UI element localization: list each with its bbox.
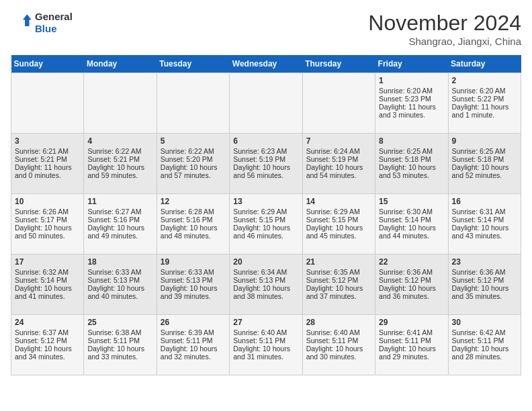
day-info: Sunrise: 6:35 AM (306, 268, 371, 276)
day-info: Sunset: 5:12 PM (379, 276, 444, 284)
day-info: Daylight: 10 hours (15, 284, 80, 292)
day-cell: 20Sunrise: 6:34 AMSunset: 5:13 PMDayligh… (230, 255, 302, 315)
day-info: Daylight: 10 hours (233, 163, 298, 171)
day-cell: 14Sunrise: 6:29 AMSunset: 5:15 PMDayligh… (302, 194, 375, 255)
day-info: Daylight: 10 hours (233, 345, 298, 353)
day-info: and 41 minutes. (15, 292, 80, 300)
day-cell: 1Sunrise: 6:20 AMSunset: 5:23 PMDaylight… (375, 73, 448, 134)
day-info: Sunset: 5:12 PM (15, 336, 80, 345)
header-cell-tuesday: Tuesday (157, 55, 229, 73)
day-number: 21 (306, 257, 371, 267)
day-info: Daylight: 11 hours (452, 103, 517, 111)
day-info: Daylight: 10 hours (379, 163, 444, 171)
day-number: 28 (306, 318, 371, 327)
day-info: Sunrise: 6:28 AM (161, 208, 226, 216)
day-number: 3 (15, 136, 80, 146)
day-cell (84, 73, 157, 134)
day-info: Sunset: 5:13 PM (87, 276, 152, 284)
day-cell: 24Sunrise: 6:37 AMSunset: 5:12 PMDayligh… (11, 315, 84, 375)
day-info: Sunrise: 6:25 AM (452, 147, 517, 155)
day-info: Sunrise: 6:32 AM (15, 268, 80, 276)
header-cell-thursday: Thursday (302, 55, 375, 73)
day-number: 12 (161, 197, 226, 206)
day-info: Sunset: 5:15 PM (233, 216, 298, 224)
day-info: Sunset: 5:15 PM (306, 216, 371, 224)
day-info: Sunrise: 6:25 AM (379, 147, 444, 155)
day-info: and 33 minutes. (87, 353, 152, 361)
month-title: November 2024 (368, 11, 521, 36)
day-info: Sunset: 5:16 PM (87, 216, 152, 224)
day-number: 8 (379, 136, 444, 146)
day-info: Daylight: 10 hours (306, 345, 371, 353)
header-row: SundayMondayTuesdayWednesdayThursdayFrid… (11, 55, 521, 73)
day-info: Sunset: 5:23 PM (379, 95, 444, 103)
day-info: Daylight: 10 hours (15, 345, 80, 353)
day-info: Sunset: 5:20 PM (161, 155, 226, 163)
day-info: and 30 minutes. (306, 353, 371, 361)
day-number: 5 (161, 136, 226, 146)
day-info: and 39 minutes. (161, 292, 226, 300)
day-info: Daylight: 10 hours (306, 224, 371, 232)
day-info: and 40 minutes. (87, 292, 152, 300)
day-info: Sunrise: 6:22 AM (161, 147, 226, 155)
day-info: Sunrise: 6:38 AM (87, 328, 152, 336)
day-info: and 50 minutes. (15, 232, 80, 240)
day-info: Daylight: 10 hours (379, 284, 444, 292)
logo-text-blue: Blue (35, 23, 73, 35)
day-info: Sunset: 5:14 PM (452, 216, 517, 224)
day-cell: 9Sunrise: 6:25 AMSunset: 5:18 PMDaylight… (448, 134, 521, 194)
day-info: Sunrise: 6:41 AM (379, 328, 444, 336)
day-info: and 54 minutes. (306, 171, 371, 179)
day-cell: 7Sunrise: 6:24 AMSunset: 5:19 PMDaylight… (302, 134, 375, 194)
day-number: 30 (452, 318, 517, 327)
day-number: 26 (161, 318, 226, 327)
day-number: 18 (87, 257, 152, 267)
day-number: 9 (452, 136, 517, 146)
page-header: General Blue November 2024 Shangrao, Jia… (11, 11, 521, 47)
day-cell: 22Sunrise: 6:36 AMSunset: 5:12 PMDayligh… (375, 255, 448, 315)
day-cell: 5Sunrise: 6:22 AMSunset: 5:20 PMDaylight… (157, 134, 229, 194)
day-info: and 38 minutes. (233, 292, 298, 300)
day-info: Daylight: 10 hours (87, 284, 152, 292)
day-number: 22 (379, 257, 444, 267)
day-info: Sunrise: 6:22 AM (87, 147, 152, 155)
day-info: Sunrise: 6:29 AM (306, 208, 371, 216)
day-cell: 29Sunrise: 6:41 AMSunset: 5:11 PMDayligh… (375, 315, 448, 375)
day-number: 20 (233, 257, 298, 267)
week-row-4: 17Sunrise: 6:32 AMSunset: 5:14 PMDayligh… (11, 255, 521, 315)
day-number: 14 (306, 197, 371, 206)
day-cell: 17Sunrise: 6:32 AMSunset: 5:14 PMDayligh… (11, 255, 84, 315)
header-cell-sunday: Sunday (11, 55, 84, 73)
day-number: 4 (87, 136, 152, 146)
day-cell: 10Sunrise: 6:26 AMSunset: 5:17 PMDayligh… (11, 194, 84, 255)
day-info: Sunrise: 6:40 AM (306, 328, 371, 336)
day-info: and 48 minutes. (161, 232, 226, 240)
day-cell: 16Sunrise: 6:31 AMSunset: 5:14 PMDayligh… (448, 194, 521, 255)
header-cell-monday: Monday (84, 55, 157, 73)
day-cell: 23Sunrise: 6:36 AMSunset: 5:12 PMDayligh… (448, 255, 521, 315)
day-cell: 4Sunrise: 6:22 AMSunset: 5:21 PMDaylight… (84, 134, 157, 194)
day-info: Sunrise: 6:36 AM (379, 268, 444, 276)
day-info: and 1 minute. (452, 111, 517, 119)
day-number: 13 (233, 197, 298, 206)
day-info: Sunset: 5:17 PM (15, 216, 80, 224)
day-cell: 13Sunrise: 6:29 AMSunset: 5:15 PMDayligh… (230, 194, 302, 255)
day-info: Sunset: 5:11 PM (161, 336, 226, 345)
header-cell-friday: Friday (375, 55, 448, 73)
day-info: Daylight: 10 hours (15, 224, 80, 232)
day-info: Sunrise: 6:39 AM (161, 328, 226, 336)
day-info: Daylight: 10 hours (233, 284, 298, 292)
day-info: and 28 minutes. (452, 353, 517, 361)
day-info: Sunset: 5:13 PM (233, 276, 298, 284)
day-cell (11, 73, 84, 134)
day-info: Sunrise: 6:23 AM (233, 147, 298, 155)
day-info: and 0 minutes. (15, 171, 80, 179)
day-cell: 8Sunrise: 6:25 AMSunset: 5:18 PMDaylight… (375, 134, 448, 194)
day-info: Daylight: 11 hours (379, 103, 444, 111)
day-info: and 29 minutes. (379, 353, 444, 361)
day-info: Daylight: 10 hours (379, 224, 444, 232)
day-info: Daylight: 10 hours (87, 163, 152, 171)
calendar-table: SundayMondayTuesdayWednesdayThursdayFrid… (11, 55, 521, 375)
day-info: Sunrise: 6:42 AM (452, 328, 517, 336)
day-info: and 44 minutes. (379, 232, 444, 240)
